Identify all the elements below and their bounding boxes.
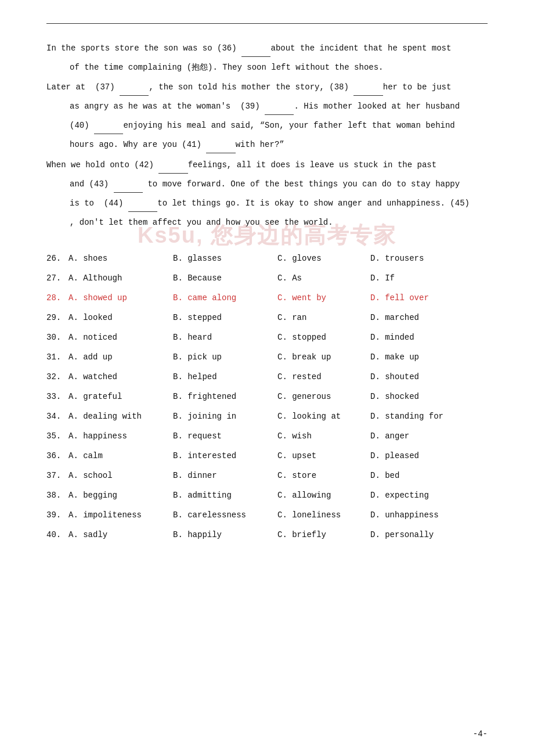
q39-b: B. carelessness [173,510,277,520]
q34-number: 34. [46,412,68,421]
top-divider [46,23,488,24]
q38-number: 38. [46,491,68,500]
q40-d: D. personally [370,530,463,539]
q37-c: C. store [277,471,370,480]
q30-c: C. stopped [277,333,370,342]
q33-b: B. frightened [173,392,277,401]
questions-section: 26. A. shoes B. glasses C. gloves D. tro… [46,254,488,539]
question-row-39: 39. A. impoliteness B. carelessness C. l… [46,510,488,520]
blank-39-inline [265,98,294,115]
q37-b: B. dinner [173,471,277,480]
q28-d: D. fell over [370,293,463,303]
blank-43-inline [114,176,143,193]
passage-para-3b: and (43) to move forward. One of the bes… [46,176,488,193]
q38-c: C. allowing [277,491,370,500]
passage-para-3c: is to (44) to let things go. It is okay … [46,195,488,212]
blank-44-inline [128,195,157,212]
blank-42-inline [158,157,187,174]
q26-number: 26. [46,254,68,263]
q35-b: B. request [173,431,277,441]
q39-d: D. unhappiness [370,510,463,520]
blank-37-inline [120,79,149,96]
q38-b: B. admitting [173,491,277,500]
question-row-30: 30. A. noticed B. heard C. stopped D. mi… [46,333,488,342]
question-row-38: 38. A. begging B. admitting C. allowing … [46,491,488,500]
q37-a: A. school [68,471,173,480]
page-container: In the sports store the son was so (36) … [0,0,534,756]
blank-38-inline [353,79,383,96]
question-row-29: 29. A. looked B. stepped C. ran D. march… [46,313,488,322]
passage-para-1: In the sports store the son was so (36) … [46,40,488,57]
q30-number: 30. [46,333,68,342]
q28-number: 28. [46,293,68,303]
q38-d: D. expecting [370,491,463,500]
q38-a: A. begging [68,491,173,500]
q27-d: D. If [370,273,463,283]
q36-d: D. pleased [370,451,463,460]
q28-b: B. came along [173,293,277,303]
q31-b: B. pick up [173,352,277,362]
q31-c: C. break up [277,352,370,362]
q27-b: B. Because [173,273,277,283]
q30-a: A. noticed [68,333,173,342]
question-row-28: 28. A. showed up B. came along C. went b… [46,293,488,303]
q27-c: C. As [277,273,370,283]
q30-b: B. heard [173,333,277,342]
q33-a: A. grateful [68,392,173,401]
q33-d: D. shocked [370,392,463,401]
q27-a: A. Although [68,273,173,283]
q32-c: C. rested [277,372,370,381]
q33-number: 33. [46,392,68,401]
q31-number: 31. [46,352,68,362]
q35-d: D. anger [370,431,463,441]
q26-c: C. gloves [277,254,370,263]
q32-number: 32. [46,372,68,381]
q37-number: 37. [46,471,68,480]
q40-a: A. sadly [68,530,173,539]
question-row-34: 34. A. dealing with B. joining in C. loo… [46,412,488,421]
q34-d: D. standing for [370,412,463,421]
q36-b: B. interested [173,451,277,460]
q39-number: 39. [46,510,68,520]
q36-c: C. upset [277,451,370,460]
passage-para-3d: , don't let them affect you and how you … [46,214,488,231]
passage-para-2b: as angry as he was at the woman's (39) .… [46,98,488,115]
q40-b: B. happily [173,530,277,539]
blank-41-inline [206,136,235,153]
q32-a: A. watched [68,372,173,381]
q36-a: A. calm [68,451,173,460]
question-row-27: 27. A. Although B. Because C. As D. If [46,273,488,283]
q33-c: C. generous [277,392,370,401]
q35-a: A. happiness [68,431,173,441]
q30-d: D. minded [370,333,463,342]
q28-a: A. showed up [68,293,173,303]
q29-c: C. ran [277,313,370,322]
q34-b: B. joining in [173,412,277,421]
question-row-31: 31. A. add up B. pick up C. break up D. … [46,352,488,362]
passage-para-3: When we hold onto (42) feelings, all it … [46,157,488,174]
q27-number: 27. [46,273,68,283]
blank-40-inline [94,117,123,134]
question-row-40: 40. A. sadly B. happily C. briefly D. pe… [46,530,488,539]
question-row-32: 32. A. watched B. helped C. rested D. sh… [46,372,488,381]
q31-d: D. make up [370,352,463,362]
q37-d: D. bed [370,471,463,480]
passage-para-2: Later at (37) , the son told his mother … [46,79,488,96]
q31-a: A. add up [68,352,173,362]
q29-number: 29. [46,313,68,322]
q29-a: A. looked [68,313,173,322]
q26-d: D. trousers [370,254,463,263]
q35-number: 35. [46,431,68,441]
q34-a: A. dealing with [68,412,173,421]
passage-para-2c: (40) enjoying his meal and said, “Son, y… [46,117,488,134]
question-row-35: 35. A. happiness B. request C. wish D. a… [46,431,488,441]
q40-c: C. briefly [277,530,370,539]
q28-c: C. went by [277,293,370,303]
q29-b: B. stepped [173,313,277,322]
question-row-33: 33. A. grateful B. frightened C. generou… [46,392,488,401]
passage-text: In the sports store the son was so (36) … [46,40,488,231]
question-row-26: 26. A. shoes B. glasses C. gloves D. tro… [46,254,488,263]
q36-number: 36. [46,451,68,460]
q26-a: A. shoes [68,254,173,263]
blank-36-inline [241,40,270,57]
